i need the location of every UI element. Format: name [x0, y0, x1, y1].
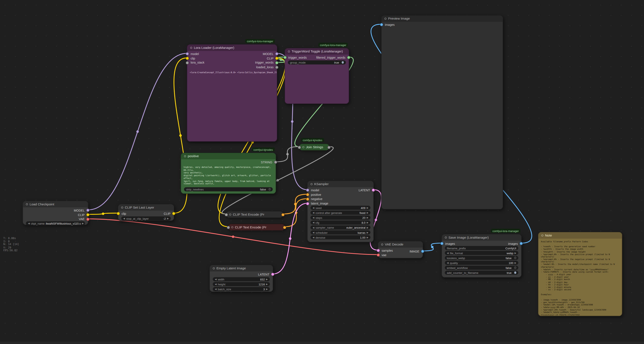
combo-right-arrow-icon[interactable]: ▶: [167, 217, 169, 220]
stepper-left-arrow-icon[interactable]: ◀: [447, 262, 448, 264]
stepper-right-arrow-icon[interactable]: ▶: [367, 236, 368, 239]
node-header[interactable]: VAE Decode: [378, 242, 422, 248]
stepper-right-arrow-icon[interactable]: ▶: [514, 262, 516, 264]
toggle-off-dot-icon[interactable]: [514, 257, 516, 259]
combo-left-arrow-icon[interactable]: ◀: [28, 222, 30, 225]
stepper-left-arrow-icon[interactable]: ◀: [312, 216, 314, 219]
collapse-dot-icon[interactable]: [184, 155, 186, 158]
stepper-right-arrow-icon[interactable]: ▶: [266, 283, 268, 286]
seed-widget[interactable]: ◀ seed 409 ▶: [310, 206, 370, 210]
collapsed-output-dot[interactable]: [281, 213, 284, 216]
input-negative[interactable]: negative: [306, 197, 328, 201]
node-note[interactable]: Note Available filename_prefix Pattern C…: [538, 232, 622, 316]
node-clip-text-encode-negative[interactable]: CLIP Text Encode (Pr: [228, 224, 285, 230]
output-latent[interactable]: LATENT: [358, 188, 375, 192]
stepper-left-arrow-icon[interactable]: ◀: [215, 283, 216, 286]
width-widget[interactable]: ◀ width 832 ▶: [213, 277, 270, 281]
denoise-widget[interactable]: ◀ denoise 1.00 ▶: [310, 235, 370, 239]
node-header[interactable]: TriggerWord Toggle (LoraManager): [285, 48, 348, 54]
collapse-dot-icon[interactable]: [302, 146, 304, 148]
collapse-dot-icon[interactable]: [190, 47, 192, 49]
image-port-dot[interactable]: [421, 250, 424, 253]
scheduler-widget[interactable]: ◀ scheduler karras ▶: [310, 230, 370, 234]
input-positive[interactable]: positive: [306, 192, 328, 197]
node-clip-set-last-layer[interactable]: CLIP Set Last Layer clip CLIP ◀ stop_at_…: [118, 204, 174, 221]
group-mode-toggle[interactable]: group_mode true: [288, 60, 346, 64]
collapse-dot-icon[interactable]: [288, 50, 290, 53]
output-loaded-loras[interactable]: loaded_loras: [256, 65, 278, 70]
collapse-dot-icon[interactable]: [229, 214, 231, 216]
output-trigger-words[interactable]: trigger_words: [255, 60, 278, 65]
node-header[interactable]: Save Image (LoraManager): [442, 234, 521, 240]
input-images[interactable]: images: [440, 242, 455, 246]
combo-left-arrow-icon[interactable]: ◀: [312, 231, 314, 234]
stepper-left-arrow-icon[interactable]: ◀: [215, 288, 216, 290]
input-trigger-words[interactable]: trigger_words: [284, 56, 307, 60]
node-clip-text-encode-positive[interactable]: CLIP Text Encode (Pr: [226, 211, 284, 217]
model-port-dot[interactable]: [186, 52, 189, 56]
combo-right-arrow-icon[interactable]: ▶: [367, 231, 368, 234]
input-samples[interactable]: samples: [377, 248, 393, 253]
node-lora-loader[interactable]: Lora Loader (LoraManager) model clip lor…: [187, 44, 277, 142]
cfg-widget[interactable]: ◀ cfg 8.0 ▶: [310, 220, 370, 224]
stepper-left-arrow-icon[interactable]: ◀: [312, 206, 314, 209]
toggle-off-dot-icon[interactable]: [268, 188, 271, 190]
model-port-dot[interactable]: [306, 189, 309, 192]
stepper-right-arrow-icon[interactable]: ▶: [266, 288, 268, 290]
collapse-dot-icon[interactable]: [26, 203, 28, 206]
clip-port-dot[interactable]: [186, 57, 189, 60]
toggle-on-dot-icon[interactable]: [514, 272, 516, 274]
output-image[interactable]: IMAGE: [410, 249, 424, 254]
trigger-words-port-dot[interactable]: [284, 56, 287, 59]
input-images[interactable]: images: [380, 22, 395, 27]
collapse-dot-icon[interactable]: [213, 267, 215, 269]
node-load-checkpoint[interactable]: Load Checkpoint MODEL CLIP VAE ◀ ckpt_na…: [22, 201, 88, 225]
sampler-name-widget[interactable]: ◀ sampler_name euler_ancestral ▶: [310, 226, 370, 230]
stepper-left-arrow-icon[interactable]: ◀: [312, 221, 314, 224]
collapsed-input-dot[interactable]: [298, 146, 301, 149]
collapse-dot-icon[interactable]: [445, 236, 447, 239]
image-port-dot[interactable]: [380, 23, 383, 26]
input-clip[interactable]: clip: [186, 56, 204, 60]
note-body-text[interactable]: Available filename_prefix Pattern Codes …: [538, 239, 622, 316]
node-empty-latent-image[interactable]: Empty Latent Image LATENT ◀ width 832 ▶ …: [210, 265, 273, 292]
input-vae[interactable]: vae: [377, 253, 393, 258]
output-string[interactable]: STRING: [261, 160, 277, 165]
string-port-dot[interactable]: [274, 161, 277, 164]
node-triggerword-toggle[interactable]: TriggerWord Toggle (LoraManager) trigger…: [284, 48, 349, 104]
stop-at-clip-layer-widget[interactable]: ◀ stop_at_clip_layer -2 ▶: [121, 216, 171, 220]
ckpt-name-combo[interactable]: ◀ ckpt_name ilwaiNSFWIllustrious_v110.s …: [26, 221, 85, 226]
image-port-dot[interactable]: [440, 242, 444, 245]
node-header[interactable]: KSampler: [308, 181, 373, 187]
node-positive-prompt[interactable]: positive STRING highres, very detailed, …: [181, 153, 276, 194]
stepper-right-arrow-icon[interactable]: ▶: [367, 206, 368, 209]
latent-port-dot[interactable]: [372, 189, 375, 192]
combo-right-arrow-icon[interactable]: ▶: [367, 226, 368, 229]
clip-port-dot[interactable]: [172, 212, 175, 215]
output-filtered-trigger-words[interactable]: filtered_trigger_words: [316, 56, 350, 60]
combo-left-arrow-icon[interactable]: ◀: [312, 226, 314, 229]
node-header[interactable]: positive: [181, 153, 276, 159]
control-after-generate-widget[interactable]: ◀ control after generate fixed ▶: [310, 211, 370, 215]
input-latent-image[interactable]: latent_image: [306, 201, 328, 206]
trigger-words-port-dot[interactable]: [275, 61, 278, 64]
output-images[interactable]: images: [508, 242, 523, 246]
stepper-left-arrow-icon[interactable]: ◀: [312, 236, 314, 239]
latent-port-dot[interactable]: [306, 202, 309, 205]
lora-stack-port-dot[interactable]: [186, 61, 189, 64]
node-header[interactable]: CLIP Text Encode (Pr: [226, 212, 283, 218]
stepper-right-arrow-icon[interactable]: ▶: [266, 278, 268, 280]
latent-port-dot[interactable]: [271, 273, 274, 276]
input-lora-stack[interactable]: lora_stack: [186, 60, 204, 65]
collapse-dot-icon[interactable]: [121, 206, 123, 208]
combo-left-arrow-icon[interactable]: ◀: [123, 217, 125, 220]
collapse-dot-icon[interactable]: [384, 18, 386, 20]
node-header[interactable]: Note: [538, 232, 622, 239]
stepper-right-arrow-icon[interactable]: ▶: [367, 216, 368, 219]
collapsed-input-dot[interactable]: [224, 213, 228, 216]
node-join-strings[interactable]: Join Strings: [299, 144, 329, 150]
combo-right-arrow-icon[interactable]: ▶: [82, 222, 84, 225]
workflow-canvas[interactable]: T: 0.00s I: 0 N: 14 [14] V: 29 FPS:56.82…: [0, 0, 644, 344]
vae-port-dot[interactable]: [377, 253, 380, 256]
output-clip[interactable]: CLIP: [78, 213, 90, 217]
